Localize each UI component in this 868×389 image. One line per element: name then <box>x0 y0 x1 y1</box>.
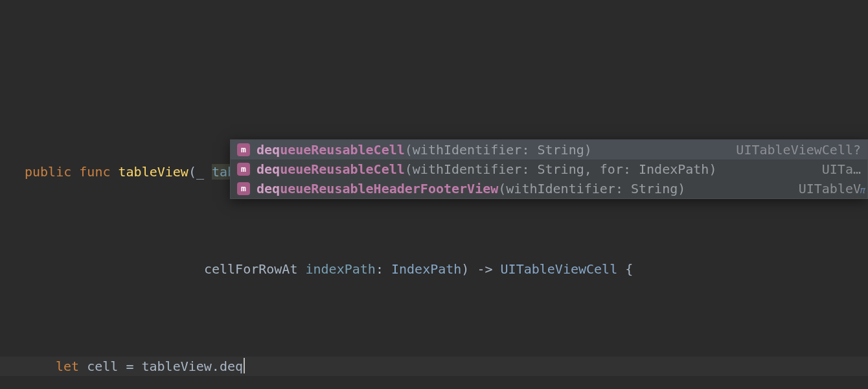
code-line[interactable]: cellForRowAt indexPath: IndexPath) -> UI… <box>25 259 868 279</box>
autocomplete-item[interactable]: m dequeueReusableCell(withIdentifier: St… <box>231 159 867 179</box>
text-caret <box>244 358 245 373</box>
identifier-cell: cell <box>87 359 118 374</box>
type-indexpath: IndexPath <box>391 261 461 277</box>
equals: = <box>126 359 133 374</box>
brace-open: { <box>625 261 633 277</box>
paren-open: ( <box>188 164 196 180</box>
autocomplete-item[interactable]: m dequeueReusableHeaderFooterView(withId… <box>231 179 867 198</box>
function-name: tableView <box>119 164 188 180</box>
type-return: UITableViewCell <box>501 261 618 277</box>
autocomplete-signature: dequeueReusableCell(withIdentifier: Stri… <box>257 140 729 159</box>
autocomplete-return-type: UITableV <box>799 179 861 198</box>
dot: . <box>212 359 220 374</box>
identifier-tableview: tableView <box>141 359 211 374</box>
autocomplete-return-type: UITableViewCell? <box>736 140 861 159</box>
paren-close: ) <box>461 261 469 277</box>
code-line-current[interactable]: let cell = tableView.deq <box>0 357 868 376</box>
colon: : <box>376 261 383 277</box>
autocomplete-return-type: UITa… <box>822 159 861 179</box>
autocomplete-signature: dequeueReusableHeaderFooterView(withIden… <box>257 179 792 198</box>
param-name-indexpath: indexPath <box>306 261 376 277</box>
autocomplete-popup[interactable]: m dequeueReusableCell(withIdentifier: St… <box>230 139 868 199</box>
method-badge-icon: m <box>237 182 250 195</box>
autocomplete-item[interactable]: m dequeueReusableCell(withIdentifier: St… <box>231 140 867 159</box>
param-underscore: _ <box>196 164 204 180</box>
autocomplete-signature: dequeueReusableCell(withIdentifier: Stri… <box>257 159 816 179</box>
param-label-cellforrowat: cellForRowAt <box>204 261 298 277</box>
method-badge-icon: m <box>237 163 250 176</box>
method-badge-icon: m <box>237 143 250 156</box>
keyword-let: let <box>56 359 79 374</box>
keyword-func: func <box>79 164 110 180</box>
arrow: -> <box>477 261 492 277</box>
keyword-public: public <box>25 164 71 180</box>
typed-text: deq <box>220 359 243 374</box>
pi-icon: π <box>860 180 865 200</box>
